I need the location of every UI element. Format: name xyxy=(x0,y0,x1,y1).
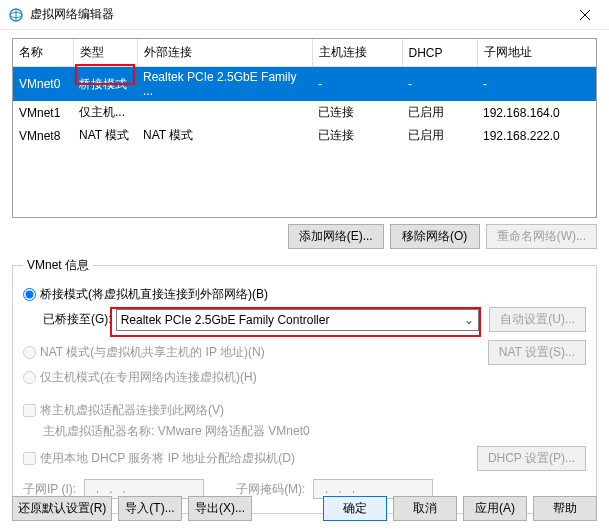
table-row[interactable]: VMnet0桥接模式Realtek PCIe 2.5GbE Family ...… xyxy=(13,67,596,102)
ok-button[interactable]: 确定 xyxy=(323,496,387,521)
mid-button-row: 添加网络(E)... 移除网络(O) 重命名网络(W)... xyxy=(12,224,597,249)
apply-button[interactable]: 应用(A) xyxy=(463,496,527,521)
cell-host: 已连接 xyxy=(312,124,402,147)
subnet-ip-label: 子网IP (I): xyxy=(23,481,76,498)
subnet-mask-label: 子网掩码(M): xyxy=(236,481,305,498)
rename-network-button: 重命名网络(W)... xyxy=(486,224,597,249)
footer: 还原默认设置(R) 导入(T)... 导出(X)... 确定 取消 应用(A) … xyxy=(12,496,597,521)
col-type[interactable]: 类型 xyxy=(73,39,137,67)
cell-name: VMnet1 xyxy=(13,101,73,124)
nat-settings-button: NAT 设置(S)... xyxy=(488,340,586,365)
cell-type: NAT 模式 xyxy=(73,124,137,147)
cell-type: 仅主机... xyxy=(73,101,137,124)
help-button[interactable]: 帮助 xyxy=(533,496,597,521)
bridge-to-value: Realtek PCIe 2.5GbE Family Controller xyxy=(121,313,330,327)
cell-ext xyxy=(137,101,312,124)
radio-nat-row: NAT 模式(与虚拟机共享主机的 IP 地址)(N) NAT 设置(S)... xyxy=(23,340,586,365)
cell-dhcp: 已启用 xyxy=(402,124,477,147)
table-header-row: 名称 类型 外部连接 主机连接 DHCP 子网地址 xyxy=(13,39,596,67)
titlebar: 虚拟网络编辑器 xyxy=(0,0,609,30)
cancel-button[interactable]: 取消 xyxy=(393,496,457,521)
col-name[interactable]: 名称 xyxy=(13,39,73,67)
check-dhcp xyxy=(23,452,36,465)
cell-host: - xyxy=(312,67,402,102)
cell-subnet: 192.168.222.0 xyxy=(477,124,596,147)
check-dhcp-row: 使用本地 DHCP 服务将 IP 地址分配给虚拟机(D) DHCP 设置(P).… xyxy=(23,446,586,471)
radio-hostonly xyxy=(23,371,36,384)
import-button[interactable]: 导入(T)... xyxy=(118,496,182,521)
radio-bridge-label: 桥接模式(将虚拟机直接连接到外部网络)(B) xyxy=(40,286,268,303)
bridge-to-label: 已桥接至(G): xyxy=(43,311,112,328)
network-table[interactable]: 名称 类型 外部连接 主机连接 DHCP 子网地址 VMnet0桥接模式Real… xyxy=(12,38,597,218)
radio-bridge-row[interactable]: 桥接模式(将虚拟机直接连接到外部网络)(B) xyxy=(23,286,586,303)
vmnet-info-groupbox: VMnet 信息 桥接模式(将虚拟机直接连接到外部网络)(B) 已桥接至(G):… xyxy=(12,257,597,514)
restore-defaults-button[interactable]: 还原默认设置(R) xyxy=(12,496,112,521)
cell-name: VMnet0 xyxy=(13,67,73,102)
chevron-down-icon: ⌄ xyxy=(464,313,474,327)
cell-type: 桥接模式 xyxy=(73,67,137,102)
check-dhcp-label: 使用本地 DHCP 服务将 IP 地址分配给虚拟机(D) xyxy=(40,450,471,467)
col-subnet[interactable]: 子网地址 xyxy=(477,39,596,67)
radio-hostonly-row: 仅主机模式(在专用网络内连接虚拟机)(H) xyxy=(23,369,586,386)
cell-dhcp: - xyxy=(402,67,477,102)
add-network-button[interactable]: 添加网络(E)... xyxy=(288,224,384,249)
cell-subnet: 192.168.164.0 xyxy=(477,101,596,124)
close-button[interactable] xyxy=(565,0,605,30)
cell-host: 已连接 xyxy=(312,101,402,124)
app-icon xyxy=(8,7,24,23)
cell-ext: NAT 模式 xyxy=(137,124,312,147)
cell-ext: Realtek PCIe 2.5GbE Family ... xyxy=(137,67,312,102)
check-hostadapter xyxy=(23,404,36,417)
radio-bridge[interactable] xyxy=(23,288,36,301)
auto-settings-button: 自动设置(U)... xyxy=(489,307,586,332)
table-row[interactable]: VMnet8NAT 模式NAT 模式已连接已启用192.168.222.0 xyxy=(13,124,596,147)
check-hostadapter-row: 将主机虚拟适配器连接到此网络(V) xyxy=(23,402,586,419)
export-button[interactable]: 导出(X)... xyxy=(188,496,252,521)
groupbox-legend: VMnet 信息 xyxy=(23,257,93,274)
col-dhcp[interactable]: DHCP xyxy=(402,39,477,67)
radio-nat xyxy=(23,346,36,359)
table-row[interactable]: VMnet1仅主机...已连接已启用192.168.164.0 xyxy=(13,101,596,124)
window-title: 虚拟网络编辑器 xyxy=(30,6,565,23)
col-ext[interactable]: 外部连接 xyxy=(137,39,312,67)
cell-name: VMnet8 xyxy=(13,124,73,147)
hostadapter-name: 主机虚拟适配器名称: VMware 网络适配器 VMnet0 xyxy=(43,423,310,440)
dhcp-settings-button: DHCP 设置(P)... xyxy=(477,446,586,471)
radio-nat-label: NAT 模式(与虚拟机共享主机的 IP 地址)(N) xyxy=(40,344,482,361)
radio-hostonly-label: 仅主机模式(在专用网络内连接虚拟机)(H) xyxy=(40,369,257,386)
cell-dhcp: 已启用 xyxy=(402,101,477,124)
bridge-to-combo[interactable]: Realtek PCIe 2.5GbE Family Controller ⌄ xyxy=(116,309,480,331)
cell-subnet: - xyxy=(477,67,596,102)
remove-network-button[interactable]: 移除网络(O) xyxy=(390,224,480,249)
col-host[interactable]: 主机连接 xyxy=(312,39,402,67)
check-hostadapter-label: 将主机虚拟适配器连接到此网络(V) xyxy=(40,402,224,419)
